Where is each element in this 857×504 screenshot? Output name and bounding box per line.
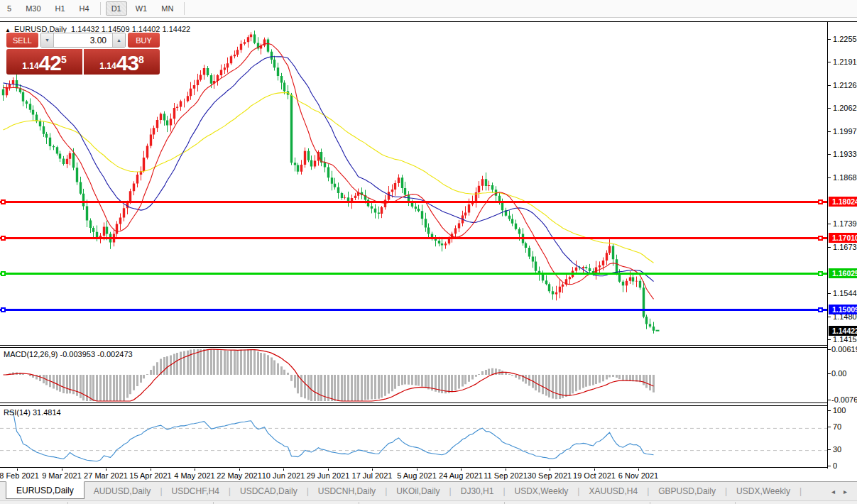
buy-price-prefix: 1.14 [99, 59, 116, 73]
tab-separator: | [799, 486, 802, 496]
price-tick-label: 1.16735 [833, 243, 857, 251]
macd-pane[interactable]: MACD(12,26,9) -0.003953 -0.002473 [0, 347, 827, 403]
volume-decrease-icon[interactable]: ▼ [41, 33, 53, 47]
sell-price-prefix: 1.14 [22, 59, 38, 73]
chart-tab-usdchf-h4[interactable]: USDCHF,H4 [163, 483, 229, 499]
toolbar-separator [100, 2, 101, 15]
buy-price-big: 43 [116, 53, 138, 73]
chart-tab-usdcnh-daily[interactable]: USDCNH,Daily [309, 483, 385, 499]
tick-mark [828, 349, 831, 350]
volume-stepper: ▼ ▲ [40, 33, 126, 48]
sell-price-pip: 5 [61, 49, 67, 70]
date-label: 30 Sep 2021 [528, 471, 572, 480]
timeframe-button-h4[interactable]: H4 [74, 1, 95, 16]
date-tick [151, 469, 151, 471]
rsi-pane[interactable]: RSI(14) 31.4814 [0, 405, 827, 468]
price-line-label-1.15009: 1.15009 [829, 305, 857, 314]
chart-tab-dj30-h1[interactable]: DJ30,H1 [452, 483, 503, 499]
tick-mark [828, 373, 831, 374]
volume-increase-icon[interactable]: ▲ [113, 33, 125, 47]
price-line-label-1.17010: 1.17010 [829, 233, 857, 243]
date-label: 18 Feb 2021 [0, 471, 39, 480]
price-tick-label: 1.15445 [833, 289, 857, 297]
price-tick-label: 1.20620 [833, 104, 857, 112]
date-axis[interactable]: 18 Feb 20219 Mar 202127 Mar 202115 Apr 2… [0, 469, 827, 482]
line-endpoint-marker[interactable] [1, 271, 6, 276]
line-endpoint-marker[interactable] [818, 271, 823, 276]
date-tick [372, 469, 373, 471]
price-line-label-1.16025: 1.16025 [829, 268, 857, 278]
status-strip [0, 500, 857, 504]
tick-mark [828, 247, 831, 248]
date-tick [417, 469, 417, 471]
tick-mark [828, 293, 831, 294]
price-chart-pane[interactable]: ▲EURUSD,Daily 1.14432 1.14509 1.14402 1.… [0, 22, 827, 346]
timeframe-button-w1[interactable]: W1 [130, 1, 153, 16]
sell-price-big: 42 [39, 53, 61, 73]
line-bar [0, 237, 827, 239]
date-tick [328, 469, 329, 471]
buy-button[interactable]: BUY [128, 33, 160, 48]
date-label: 10 Jun 2021 [262, 471, 305, 480]
price-axis[interactable]: 1.225551.219101.212651.206201.199751.193… [827, 22, 857, 469]
date-label: 19 Oct 2021 [573, 471, 616, 480]
volume-input[interactable] [53, 33, 113, 47]
sell-price-panel[interactable]: 1.14 42 5 [6, 49, 82, 75]
date-label: 11 Sep 2021 [484, 471, 528, 480]
macd-label: MACD(12,26,9) -0.003953 -0.002473 [4, 350, 133, 358]
sell-button[interactable]: SELL [6, 33, 38, 48]
line-endpoint-marker[interactable] [1, 236, 6, 241]
chart-tab-audusd-daily[interactable]: AUDUSD,Daily [84, 483, 160, 499]
chart-tab-usdcad-daily[interactable]: USDCAD,Daily [231, 483, 307, 499]
timeframe-button-m30[interactable]: M30 [20, 1, 46, 16]
timeframe-button-d1[interactable]: D1 [106, 1, 127, 16]
toolbar-separator [184, 2, 185, 15]
tick-mark [828, 400, 831, 400]
rsi-tick-label: 0 [833, 461, 837, 470]
rsi-tick-label: 30 [833, 445, 841, 454]
tab-scroll-right-icon[interactable]: ▸ [844, 482, 847, 501]
tab-scroll-arrows: ◂▸ [831, 482, 847, 501]
chart-tab-eurusd-daily[interactable]: EURUSD,Daily [6, 481, 84, 499]
macd-tick-label: 0.006193 [831, 345, 857, 354]
tick-mark [828, 410, 831, 411]
date-tick [239, 469, 240, 471]
chart-tab-usdx-weekly[interactable]: USDX,Weekly [727, 483, 799, 499]
tick-mark [828, 39, 831, 40]
buy-price-panel[interactable]: 1.14 43 8 [84, 49, 160, 75]
price-tick-label: 1.18685 [833, 173, 857, 182]
line-endpoint-marker[interactable] [818, 307, 823, 312]
line-endpoint-marker[interactable] [1, 199, 6, 204]
trading-terminal-window: 5M30H1H4D1W1MN ▲EURUSD,Daily 1.14432 1.1… [0, 0, 857, 504]
line-bar [0, 309, 827, 311]
line-endpoint-marker[interactable] [818, 199, 823, 204]
price-tick-label: 1.19330 [833, 150, 857, 158]
date-label: 17 Jul 2021 [352, 471, 393, 480]
timeframe-button-mn[interactable]: MN [155, 1, 179, 16]
line-endpoint-marker[interactable] [1, 307, 6, 312]
price-line-label-1.14422: 1.14422 [829, 326, 857, 336]
timeframe-button-5[interactable]: 5 [1, 1, 17, 16]
tick-mark [828, 224, 831, 224]
tab-scroll-left-icon[interactable]: ◂ [831, 482, 835, 501]
line-bar [0, 273, 827, 275]
price-tick-label: 1.22555 [833, 35, 857, 43]
chart-tabs-bar: EURUSD,DailyAUDUSD,Daily|USDCHF,H4|USDCA… [0, 481, 857, 500]
rsi-chart [0, 406, 827, 467]
timeframe-button-h1[interactable]: H1 [50, 1, 71, 16]
chart-tab-usdx-weekly[interactable]: USDX,Weekly [506, 483, 578, 499]
date-tick [106, 469, 107, 471]
tick-mark [828, 317, 831, 317]
rsi-tick-label: 100 [833, 406, 846, 415]
tick-mark [828, 177, 831, 178]
chart-tab-xauusd-h4[interactable]: XAUUSD,H4 [579, 483, 647, 499]
date-tick [638, 469, 639, 471]
line-endpoint-marker[interactable] [818, 236, 823, 241]
chart-tab-gbpusd-daily[interactable]: GBPUSD,Daily [649, 483, 725, 499]
date-tick [283, 469, 284, 471]
chart-tab-ukoil-daily[interactable]: UKOil,Daily [387, 483, 449, 499]
date-label: 9 Mar 2021 [42, 471, 82, 480]
date-tick [17, 469, 18, 471]
price-tick-label: 1.21265 [833, 81, 857, 89]
macd-tick-label: -0.007621 [831, 395, 857, 404]
